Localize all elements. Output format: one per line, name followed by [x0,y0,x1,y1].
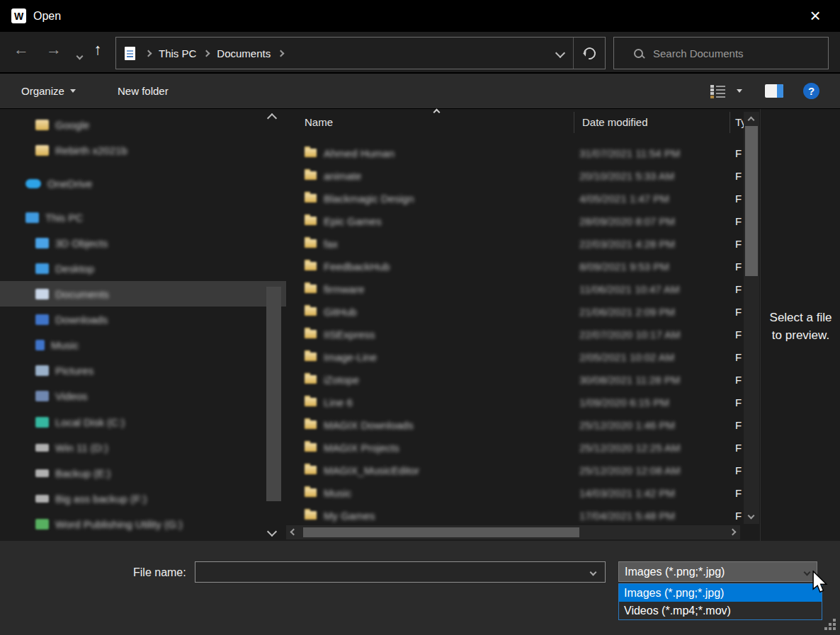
file-date-modified: 22/07/2020 10:17 AM [579,328,681,341]
title-bar: W Open × [0,0,840,32]
file-row[interactable]: Blackmagic Design 4/05/2021 1:47 PM F [286,187,744,210]
folder-icon [305,285,317,293]
up-button[interactable]: ↑ [86,40,109,59]
horizontal-scrollbar-thumb[interactable] [303,527,579,537]
file-type: F [735,147,742,159]
column-divider[interactable] [574,112,574,133]
file-row[interactable]: FeedbackHub 8/09/2021 9:53 PM F [286,255,744,278]
sidebar-item-this-pc[interactable]: This PC [0,205,286,230]
close-button[interactable]: × [799,0,832,32]
scroll-left-icon[interactable] [290,529,297,536]
view-options-chevron[interactable] [737,74,742,108]
file-type: F [735,464,742,476]
change-view-button[interactable] [710,74,726,108]
file-row[interactable]: Ahmed Human 31/07/2021 11:54 PM F [286,142,744,164]
address-bar[interactable]: This PC Documents [115,37,606,69]
file-name-label: File name: [133,566,186,579]
file-row[interactable]: MAGIX_MusicEditor 25/12/2020 12:08 AM F [286,459,744,481]
address-dropdown-button[interactable] [547,38,573,69]
breadcrumb-documents[interactable]: Documents [212,38,275,69]
file-row[interactable]: Image-Line 2/05/2021 10:02 AM F [286,345,744,368]
file-row[interactable]: animate 20/10/2021 5:33 AM F [286,164,744,187]
disk-icon [35,495,49,503]
footer-bar: File name: Images (*.png;*.jpg) Images (… [0,541,840,635]
sidebar-item-pictures[interactable]: Pictures [0,357,286,383]
pictures-icon [35,365,49,376]
search-input[interactable] [652,47,810,60]
file-row[interactable]: Line 6 1/09/2020 6:15 PM F [286,391,744,413]
sidebar-item-videos[interactable]: Videos [0,383,286,408]
file-row[interactable]: IISExpress 22/07/2020 10:17 AM F [286,323,744,345]
sidebar-item-desktop[interactable]: Desktop [0,256,286,281]
file-name: My Games [324,510,375,522]
file-type: F [735,238,742,250]
file-row[interactable]: Music 14/03/2021 1:42 PM F [286,481,744,504]
refresh-button[interactable] [574,38,605,69]
preview-pane-icon [765,84,783,98]
file-row[interactable]: GitHub 21/06/2021 2:09 PM F [286,300,744,323]
sidebar-scrollbar-thumb[interactable] [266,287,281,501]
breadcrumb-this-pc[interactable]: This PC [154,38,200,69]
file-type-option[interactable]: Images (*.png;*.jpg) [619,584,822,602]
disk-teal-icon [35,417,49,428]
vertical-scrollbar-thumb[interactable] [745,126,758,276]
folder-icon [305,330,317,338]
folder-icon [305,488,317,497]
file-row[interactable]: iZotope 30/08/2021 11:28 PM F [286,368,744,391]
file-date-modified: 1/09/2020 6:15 PM [579,396,669,408]
file-date-modified: 11/06/2021 10:47 AM [579,283,680,295]
back-button[interactable]: ← [10,40,33,59]
sidebar-item-downloads[interactable]: Downloads [0,307,286,332]
folder-icon [305,353,317,361]
resize-grip[interactable] [824,619,837,631]
file-type-selected: Images (*.png;*.jpg) [625,566,725,578]
sidebar-item-rebirth-x2021b[interactable]: Rebirth x2021b [0,137,286,163]
file-row[interactable]: Epic Games 28/09/2020 8:07 PM F [286,210,744,232]
scroll-right-icon[interactable] [730,529,737,536]
computer-icon [25,212,39,223]
file-date-modified: 2/05/2021 10:02 AM [579,351,674,363]
file-name: IISExpress [324,328,375,341]
file-type: F [735,351,742,363]
file-type-combobox[interactable]: Images (*.png;*.jpg) [618,561,817,582]
help-icon: ? [803,83,819,99]
cube-icon [35,238,49,248]
file-list-vertical-scrollbar[interactable] [744,112,759,524]
help-button[interactable]: ? [803,74,819,108]
column-divider[interactable] [730,112,730,133]
file-name-input[interactable] [195,561,606,583]
new-folder-button[interactable]: New folder [118,74,169,108]
file-row[interactable]: fax 22/03/2021 4:28 PM F [286,232,744,255]
sidebar-item-music[interactable]: Music [0,332,286,357]
file-row[interactable]: MAGIX Downloads 25/12/2020 1:46 PM F [286,413,744,436]
sidebar-item-word-publishing-utility-g-[interactable]: Word Publishing Utility (G:) [0,511,286,537]
column-header-name[interactable]: Name [305,116,333,128]
column-header-date-modified[interactable]: Date modified [582,116,648,128]
organize-button[interactable]: Organize [21,74,76,108]
forward-button[interactable]: → [42,40,65,59]
file-date-modified: 4/05/2021 1:47 PM [579,193,669,205]
file-row[interactable]: MAGIX Projects 25/12/2020 12:25 AM F [286,436,744,459]
scroll-up-icon[interactable] [748,117,755,124]
file-row[interactable]: firmware 11/06/2021 10:47 AM F [286,278,744,300]
file-list-horizontal-scrollbar[interactable] [286,525,740,539]
sidebar-item-google[interactable]: Google [0,112,286,137]
file-name: MAGIX_MusicEditor [324,464,419,476]
disk-green-icon [35,519,49,530]
file-type: F [735,306,742,318]
breadcrumb-chevron-icon [145,50,152,57]
sidebar-item-documents[interactable]: Documents [0,281,286,307]
file-row[interactable]: My Games 17/04/2021 5:48 PM F [286,504,744,527]
sidebar-item-win-11-d-[interactable]: Win 11 (D:) [0,435,286,460]
search-box[interactable] [613,37,829,69]
sidebar-item-local-disk-c-[interactable]: Local Disk (C:) [0,409,286,435]
file-name: Ahmed Human [324,147,395,159]
sidebar-item-3d-objects[interactable]: 3D Objects [0,230,286,256]
preview-pane-button[interactable] [765,74,783,108]
sidebar-item-backup-e-[interactable]: Backup (E:) [0,460,286,486]
sidebar-item-big-ass-backup-f-[interactable]: Big ass backup (F:) [0,486,286,511]
scroll-down-icon[interactable] [748,513,755,520]
navigation-bar: ← → ↑ This PC Documents [0,32,840,74]
sidebar-item-onedrive[interactable]: OneDrive [0,171,286,196]
file-type-option[interactable]: Videos (*.mp4;*.mov) [619,602,822,619]
